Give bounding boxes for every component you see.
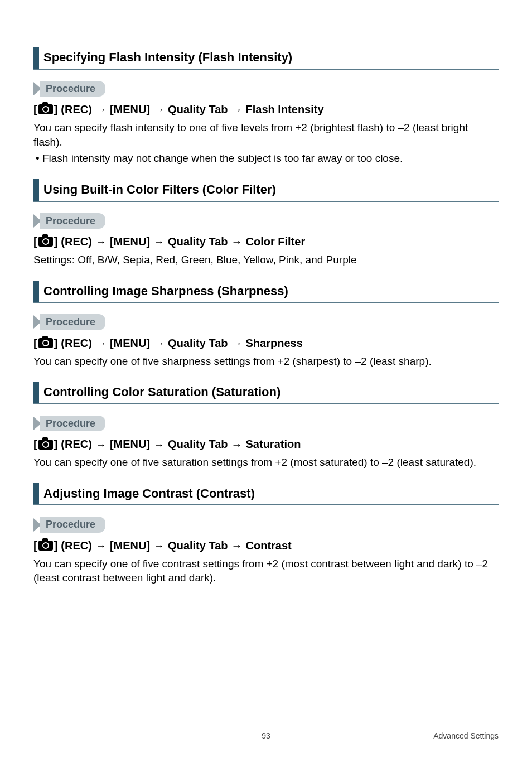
arrow-icon: → [231, 337, 243, 349]
bracket-close: ] [54, 336, 58, 351]
bullet-text: • Flash intensity may not change when th… [36, 151, 499, 166]
arrow-icon: → [231, 540, 243, 551]
heading-text: Controlling Color Saturation (Saturation… [43, 382, 280, 403]
camera-icon [38, 541, 53, 551]
menu-path-sharpness: [ ] (REC) → [MENU] → Quality Tab → Sharp… [33, 336, 499, 351]
menu-label: [MENU] [110, 437, 150, 452]
heading-text: Adjusting Image Contrast (Contrast) [43, 483, 255, 505]
section-heading-sharpness: Controlling Image Sharpness (Sharpness) [33, 281, 499, 303]
menu-path-filter: [ ] (REC) → [MENU] → Quality Tab → Color… [33, 234, 499, 249]
bracket-close: ] [54, 102, 58, 117]
quality-tab-label: Quality Tab [168, 336, 228, 351]
body-text: You can specify one of five sharpness se… [33, 354, 499, 369]
arrow-icon: → [153, 337, 165, 349]
path-tail: Contrast [246, 538, 292, 553]
rec-label: (REC) [61, 234, 92, 249]
quality-tab-label: Quality Tab [168, 234, 228, 249]
menu-path-contrast: [ ] (REC) → [MENU] → Quality Tab → Contr… [33, 538, 499, 553]
procedure-label: Procedure [40, 213, 105, 229]
bracket-open: [ [33, 538, 37, 553]
arrow-icon: → [231, 236, 243, 247]
arrow-icon: → [153, 439, 165, 450]
rec-label: (REC) [61, 437, 92, 452]
bracket-open: [ [33, 336, 37, 351]
procedure-label: Procedure [40, 81, 105, 97]
camera-icon [38, 440, 53, 450]
quality-tab-label: Quality Tab [168, 102, 228, 117]
arrow-icon: → [231, 104, 243, 115]
procedure-badge: Procedure [33, 81, 105, 97]
body-text: You can specify one of five saturation s… [33, 455, 499, 470]
path-tail: Flash Intensity [246, 102, 324, 117]
body-text: You can specify one of five contrast set… [33, 557, 499, 585]
arrow-icon: → [153, 104, 165, 115]
section-heading-filter: Using Built-in Color Filters (Color Filt… [33, 179, 499, 202]
arrow-icon: → [95, 540, 107, 551]
procedure-label: Procedure [40, 416, 105, 431]
rec-icon-group: [ ] [33, 234, 57, 249]
page-footer: 93 Advanced Settings [33, 727, 499, 741]
heading-text: Using Built-in Color Filters (Color Filt… [43, 179, 276, 201]
heading-accent-bar [33, 47, 39, 69]
arrow-icon: → [95, 337, 107, 349]
body-text: You can specify flash intensity to one o… [33, 120, 499, 149]
bracket-close: ] [54, 234, 58, 249]
heading-accent-bar [33, 281, 39, 302]
quality-tab-label: Quality Tab [168, 538, 228, 553]
arrow-icon: → [95, 104, 107, 115]
section-heading-saturation: Controlling Color Saturation (Saturation… [33, 382, 499, 404]
menu-label: [MENU] [110, 234, 150, 249]
section-heading-contrast: Adjusting Image Contrast (Contrast) [33, 483, 499, 506]
menu-label: [MENU] [110, 102, 150, 117]
procedure-label: Procedure [40, 517, 105, 532]
arrow-icon: → [231, 439, 243, 450]
path-tail: Sharpness [246, 336, 303, 351]
rec-icon-group: [ ] [33, 538, 57, 553]
rec-label: (REC) [61, 336, 92, 351]
bracket-open: [ [33, 234, 37, 249]
procedure-badge: Procedure [33, 314, 105, 330]
menu-path-saturation: [ ] (REC) → [MENU] → Quality Tab → Satur… [33, 437, 499, 452]
arrow-icon: → [153, 236, 165, 247]
bracket-open: [ [33, 102, 37, 117]
camera-icon [38, 338, 53, 348]
arrow-icon: → [95, 236, 107, 247]
heading-text: Controlling Image Sharpness (Sharpness) [43, 281, 288, 302]
footer-section-name: Advanced Settings [433, 731, 499, 741]
heading-accent-bar [33, 382, 39, 403]
procedure-label: Procedure [40, 314, 105, 330]
bracket-close: ] [54, 538, 58, 553]
bracket-open: [ [33, 437, 37, 452]
rec-icon-group: [ ] [33, 102, 57, 117]
camera-icon [38, 104, 53, 114]
rec-label: (REC) [61, 102, 92, 117]
menu-label: [MENU] [110, 538, 150, 553]
heading-text: Specifying Flash Intensity (Flash Intens… [43, 47, 292, 69]
heading-accent-bar [33, 483, 39, 505]
menu-label: [MENU] [110, 336, 150, 351]
rec-icon-group: [ ] [33, 336, 57, 351]
bracket-close: ] [54, 437, 58, 452]
procedure-badge: Procedure [33, 213, 105, 229]
body-text: Settings: Off, B/W, Sepia, Red, Green, B… [33, 253, 499, 267]
procedure-badge: Procedure [33, 416, 105, 431]
path-tail: Color Filter [246, 234, 306, 249]
arrow-icon: → [153, 540, 165, 551]
quality-tab-label: Quality Tab [168, 437, 228, 452]
camera-icon [38, 237, 53, 247]
section-heading-flash: Specifying Flash Intensity (Flash Intens… [33, 47, 499, 70]
heading-accent-bar [33, 179, 39, 201]
menu-path-flash: [ ] (REC) → [MENU] → Quality Tab → Flash… [33, 102, 499, 117]
path-tail: Saturation [246, 437, 301, 452]
procedure-badge: Procedure [33, 517, 105, 532]
rec-icon-group: [ ] [33, 437, 57, 452]
page-number: 93 [262, 731, 270, 741]
arrow-icon: → [95, 439, 107, 450]
rec-label: (REC) [61, 538, 92, 553]
